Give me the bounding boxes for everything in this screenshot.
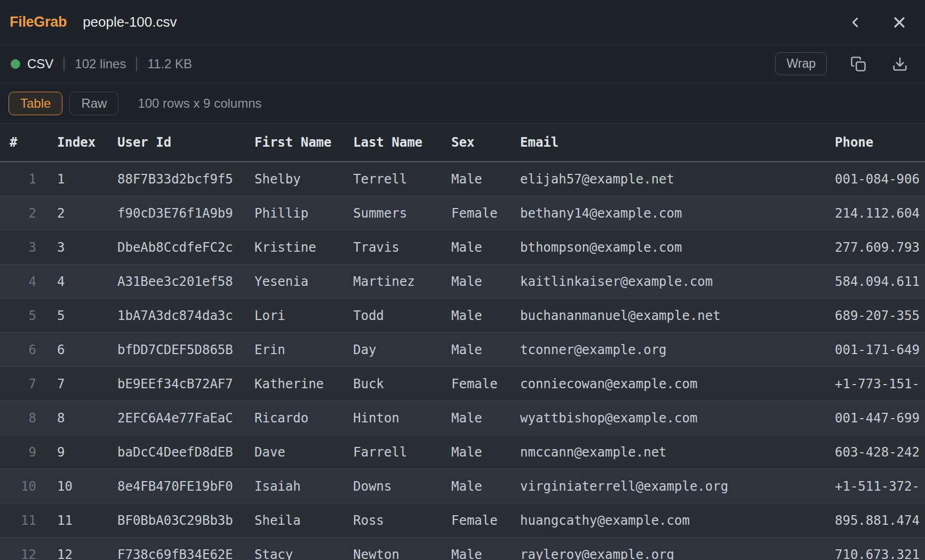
cell-index: 1	[57, 162, 117, 196]
cell-user-id: 1bA7A3dc874da3c	[117, 299, 254, 333]
file-size: 11.2 KB	[147, 57, 192, 71]
tab-table[interactable]: Table	[9, 92, 62, 115]
column-header-first-name: First Name	[254, 124, 353, 162]
table-header-row: # Index User Id First Name Last Name Sex…	[0, 124, 925, 162]
cell-row-number: 8	[0, 401, 57, 435]
cell-email: wyattbishop@example.com	[520, 401, 835, 435]
cell-first-name: Erin	[254, 333, 353, 367]
column-header-sex: Sex	[451, 124, 520, 162]
cell-last-name: Ross	[353, 503, 451, 538]
cell-last-name: Martinez	[353, 265, 451, 299]
cell-user-id: F738c69fB34E62E	[117, 538, 254, 560]
cell-sex: Female	[451, 367, 520, 401]
cell-phone: 895.881.474	[835, 503, 925, 538]
table-row: 882EFC6A4e77FaEaCRicardoHintonMalewyattb…	[0, 401, 925, 435]
tab-raw[interactable]: Raw	[69, 92, 118, 115]
cell-user-id: 2EFC6A4e77FaEaC	[117, 401, 254, 435]
table-row: 99baDcC4DeefD8dEBDaveFarrellMalenmccann@…	[0, 435, 925, 469]
cell-email: huangcathy@example.com	[520, 503, 835, 538]
table-row: 10108e4FB470FE19bF0IsaiahDownsMalevirgin…	[0, 469, 925, 503]
file-name: people-100.csv	[83, 14, 177, 30]
cell-first-name: Sheila	[254, 503, 353, 538]
cell-sex: Female	[451, 503, 520, 538]
column-header-row-number: #	[0, 124, 57, 162]
file-status-dot	[11, 59, 20, 69]
cell-row-number: 3	[0, 230, 57, 265]
cell-email: tconner@example.org	[520, 333, 835, 367]
csv-table: # Index User Id First Name Last Name Sex…	[0, 123, 925, 560]
table-row: 33DbeAb8CcdfeFC2cKristineTravisMalebthom…	[0, 230, 925, 265]
column-header-last-name: Last Name	[353, 124, 451, 162]
cell-index: 11	[57, 503, 117, 538]
cell-first-name: Katherine	[254, 367, 353, 401]
cell-phone: +1-773-151-	[835, 367, 925, 401]
view-toolbar: Table Raw 100 rows x 9 columns	[0, 83, 925, 123]
cell-user-id: bfDD7CDEF5D865B	[117, 333, 254, 367]
cell-row-number: 2	[0, 196, 57, 230]
cell-user-id: baDcC4DeefD8dEB	[117, 435, 254, 469]
column-header-user-id: User Id	[117, 124, 254, 162]
cell-email: elijah57@example.net	[520, 162, 835, 196]
cell-phone: 710.673.321	[835, 538, 925, 560]
cell-user-id: BF0BbA03C29Bb3b	[117, 503, 254, 538]
cell-sex: Female	[451, 196, 520, 230]
cell-last-name: Todd	[353, 299, 451, 333]
cell-sex: Male	[451, 435, 520, 469]
cell-last-name: Summers	[353, 196, 451, 230]
cell-phone: 689-207-355	[835, 299, 925, 333]
cell-phone: 001-084-906	[835, 162, 925, 196]
cell-first-name: Yesenia	[254, 265, 353, 299]
cell-email: conniecowan@example.com	[520, 367, 835, 401]
cell-first-name: Dave	[254, 435, 353, 469]
cell-email: bthompson@example.com	[520, 230, 835, 265]
cell-user-id: A31Bee3c201ef58	[117, 265, 254, 299]
table-row: 1188F7B33d2bcf9f5ShelbyTerrellMaleelijah…	[0, 162, 925, 196]
app-logo: FileGrab	[10, 14, 67, 30]
title-bar-actions	[845, 12, 910, 33]
back-button[interactable]	[845, 12, 865, 33]
cell-first-name: Lori	[254, 299, 353, 333]
table-row: 22f90cD3E76f1A9b9PhillipSummersFemalebet…	[0, 196, 925, 230]
cell-email: virginiaterrell@example.org	[520, 469, 835, 503]
table-row: 1111BF0BbA03C29Bb3bSheilaRossFemalehuang…	[0, 503, 925, 538]
separator	[136, 57, 137, 71]
cell-index: 2	[57, 196, 117, 230]
cell-phone: 603-428-242	[835, 435, 925, 469]
cell-email: nmccann@example.net	[520, 435, 835, 469]
cell-index: 3	[57, 230, 117, 265]
table-dimensions: 100 rows x 9 columns	[138, 96, 261, 111]
wrap-button[interactable]: Wrap	[775, 52, 827, 75]
cell-phone: 001-171-649	[835, 333, 925, 367]
column-header-phone: Phone	[835, 124, 925, 162]
separator	[63, 57, 65, 71]
cell-index: 6	[57, 333, 117, 367]
copy-button[interactable]	[848, 54, 868, 74]
download-button[interactable]	[890, 54, 910, 74]
cell-phone: 277.609.793	[835, 230, 925, 265]
cell-phone: 214.112.604	[835, 196, 925, 230]
cell-email: bethany14@example.com	[520, 196, 835, 230]
cell-sex: Male	[451, 538, 520, 560]
cell-last-name: Hinton	[353, 401, 451, 435]
cell-first-name: Shelby	[254, 162, 353, 196]
cell-first-name: Kristine	[254, 230, 353, 265]
cell-phone: 001-447-699	[835, 401, 925, 435]
cell-user-id: DbeAb8CcdfeFC2c	[117, 230, 254, 265]
cell-user-id: 88F7B33d2bcf9f5	[117, 162, 254, 196]
cell-sex: Male	[451, 469, 520, 503]
csv-table-container: # Index User Id First Name Last Name Sex…	[0, 123, 925, 560]
cell-row-number: 9	[0, 435, 57, 469]
close-button[interactable]	[889, 12, 910, 33]
cell-sex: Male	[451, 265, 520, 299]
download-icon	[892, 56, 908, 72]
cell-sex: Male	[451, 401, 520, 435]
table-row: 1212F738c69fB34E62EStacyNewtonMalerayler…	[0, 538, 925, 560]
cell-phone: +1-511-372-	[835, 469, 925, 503]
cell-user-id: bE9EEf34cB72AF7	[117, 367, 254, 401]
cell-email: buchananmanuel@example.net	[520, 299, 835, 333]
copy-icon	[850, 56, 866, 72]
cell-index: 8	[57, 401, 117, 435]
cell-last-name: Day	[353, 333, 451, 367]
cell-index: 4	[57, 265, 117, 299]
meta-bar-actions: Wrap	[775, 52, 910, 75]
